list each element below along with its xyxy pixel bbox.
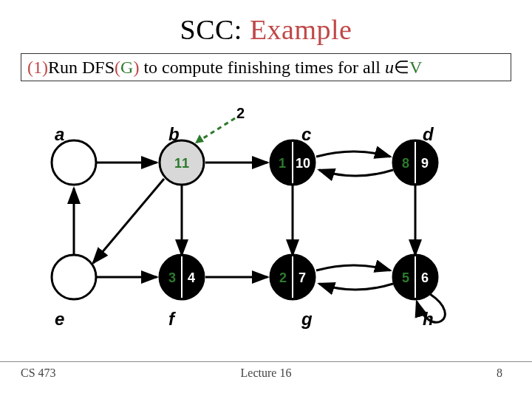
slide-footer: CS 473 Lecture 16 8 bbox=[0, 361, 532, 380]
node-e-circle bbox=[52, 255, 96, 299]
element-of: ∈ bbox=[394, 58, 409, 77]
footer-center: Lecture 16 bbox=[176, 366, 357, 380]
title-left: SCC: bbox=[180, 14, 250, 45]
step-mid-text: to compute finishing times for all bbox=[139, 58, 385, 77]
step-run-text: Run bbox=[48, 58, 82, 77]
slide-title: SCC: Example bbox=[0, 13, 532, 46]
node-f-right: 4 bbox=[188, 270, 195, 285]
graph-diagram: 2 a b c d e f g h bbox=[44, 111, 488, 347]
node-g-left: 2 bbox=[279, 270, 287, 285]
svg-marker-10 bbox=[195, 134, 204, 143]
graph-g: G bbox=[120, 58, 133, 77]
node-f-left: 3 bbox=[168, 270, 176, 285]
node-h-right: 6 bbox=[421, 270, 429, 285]
set-v: V bbox=[409, 58, 422, 77]
footer-right: 8 bbox=[356, 366, 532, 380]
node-h-left: 5 bbox=[402, 270, 409, 285]
node-c-right: 10 bbox=[296, 156, 310, 171]
footer-left: CS 473 bbox=[0, 366, 176, 380]
title-right: Example bbox=[250, 14, 352, 45]
node-d-left: 8 bbox=[402, 156, 409, 171]
node-g-right: 7 bbox=[299, 270, 306, 285]
var-u: u bbox=[385, 58, 394, 77]
graph-svg: 11 1 10 8 9 3 4 2 7 5 6 bbox=[44, 111, 488, 347]
node-c-left: 1 bbox=[279, 156, 286, 171]
node-d-right: 9 bbox=[421, 156, 429, 171]
step-number: (1) bbox=[27, 58, 48, 77]
node-a-circle bbox=[52, 140, 96, 185]
svg-line-3 bbox=[93, 179, 164, 263]
step-description-box: (1)Run DFS(G) to compute finishing times… bbox=[21, 53, 511, 81]
node-b-left: 11 bbox=[174, 156, 189, 171]
open-paren: ( bbox=[115, 58, 120, 77]
dfs-text: DFS bbox=[82, 58, 115, 77]
